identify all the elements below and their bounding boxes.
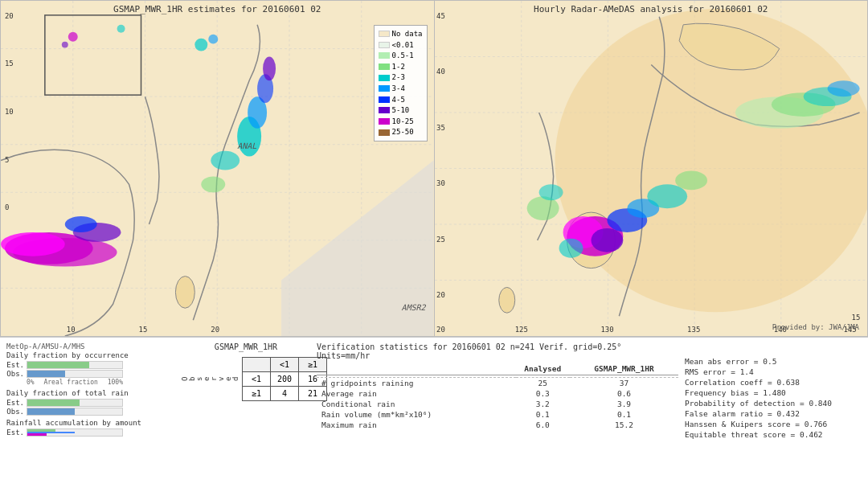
- svg-point-52: [498, 287, 514, 313]
- svg-text:125: 125: [514, 326, 527, 334]
- svg-text:10: 10: [67, 326, 76, 334]
- main-container: GSMAP_MWR_1HR estimates for 20160601 02: [0, 0, 868, 492]
- svg-point-24: [194, 39, 207, 51]
- svg-text:15: 15: [5, 59, 14, 68]
- obs-label-2: Obs.: [6, 408, 24, 416]
- stat-hanssen-kuipers: Hanssen & Kuipers score = 0.766: [685, 420, 862, 428]
- ct-row-label-lt1: <1: [243, 371, 271, 386]
- svg-point-12: [175, 277, 194, 309]
- svg-text:20: 20: [5, 12, 14, 20]
- verif-row-4: Maximum rain 6.0 15.2: [317, 420, 678, 430]
- verif-row-1: Average rain 0.3 0.6: [317, 388, 678, 399]
- verif-table: Analysed GSMAP_MWR_1HR # gridpoints rain…: [317, 363, 678, 430]
- stat-rms: RMS error = 1.4: [685, 367, 862, 376]
- est-label-2: Est.: [6, 399, 24, 407]
- svg-text:130: 130: [600, 326, 613, 334]
- verif-analysed-4: 6.0: [516, 420, 571, 430]
- observed-label: Observed: [182, 355, 240, 403]
- svg-point-66: [827, 80, 859, 96]
- svg-point-55: [591, 228, 623, 252]
- right-map-panel: Hourly Radar-AMeDAS analysis for 2016060…: [434, 0, 869, 337]
- verif-label-4: Maximum rain: [317, 420, 516, 430]
- verif-label-3: Rain volume (mm*km²x10⁶): [317, 409, 516, 420]
- verif-estimate-1: 0.6: [570, 388, 678, 399]
- verif-estimate-2: 3.9: [570, 399, 678, 409]
- left-map-panel: GSMAP_MWR_1HR estimates for 20160601 02: [0, 0, 434, 337]
- svg-text:ANAL: ANAL: [237, 141, 256, 150]
- stat-prob-detection: Probability of detection = 0.840: [685, 399, 862, 408]
- ct-row-lt1: <1 200 16: [243, 371, 327, 386]
- verif-title: Verification statistics for 20160601 02 …: [317, 342, 678, 360]
- svg-point-58: [647, 184, 687, 208]
- est-bar-3: [27, 428, 123, 437]
- contingency-title: GSMAP_MWR_1HR: [182, 342, 310, 351]
- svg-text:0: 0: [5, 203, 9, 211]
- ct-val-lt1-lt1: 200: [271, 371, 299, 386]
- svg-point-29: [117, 25, 125, 33]
- right-map-title: Hourly Radar-AMeDAS analysis for 2016060…: [534, 4, 768, 14]
- ct-row-label-ge1: ≥1: [243, 386, 271, 400]
- ct-empty: [243, 357, 271, 371]
- verif-row-2: Conditional rain 3.2 3.9: [317, 399, 678, 409]
- bottom-row: MetOp-A/AMSU-A/MHS Daily fraction by occ…: [0, 338, 868, 492]
- axis-100: 100%: [108, 379, 123, 386]
- metop-label: MetOp-A/AMSU-A/MHS: [6, 342, 175, 351]
- section3-title: Rainfall accumulation by amount: [6, 419, 175, 427]
- contingency-wrapper: Observed <1 ≥1 <1: [182, 355, 310, 403]
- amsr2-label: AMSR2: [401, 303, 425, 312]
- stat-false-alarm: False alarm ratio = 0.432: [685, 409, 862, 418]
- verif-col-estimate: GSMAP_MWR_1HR: [570, 363, 678, 375]
- stat-correlation: Correlation coeff = 0.638: [685, 378, 862, 387]
- svg-text:40: 40: [436, 68, 444, 76]
- maps-row: GSMAP_MWR_1HR estimates for 20160601 02: [0, 0, 868, 338]
- left-map-title: GSMAP_MWR_1HR estimates for 20160601 02: [113, 4, 321, 14]
- svg-point-21: [263, 57, 276, 81]
- svg-point-60: [559, 239, 583, 258]
- verif-col-label: [317, 363, 516, 375]
- section1-title: Daily fraction by occurrence: [6, 351, 175, 359]
- svg-text:45: 45: [436, 12, 444, 20]
- svg-text:10: 10: [5, 108, 14, 116]
- stat-equitable-threat: Equitable threat score = 0.462: [685, 430, 862, 439]
- svg-point-23: [201, 176, 225, 192]
- verif-label-1: Average rain: [317, 388, 516, 399]
- est-bar-2: [27, 399, 123, 407]
- bottom-left-charts: MetOp-A/AMSU-A/MHS Daily fraction by occ…: [6, 342, 175, 487]
- svg-text:5: 5: [5, 156, 9, 164]
- section2-title: Daily fraction of total rain: [6, 389, 175, 397]
- verif-analysed-1: 0.3: [516, 388, 571, 399]
- verif-analysed-3: 0.1: [516, 409, 571, 420]
- svg-point-62: [538, 184, 563, 200]
- axis-mid: Areal fraction: [43, 379, 97, 386]
- stat-freq-bias: Frequency bias = 1.480: [685, 388, 862, 397]
- right-map-svg: 45 40 35 30 25 20 125 130 135 140 145 20…: [435, 1, 868, 336]
- axis-0: 0%: [27, 379, 35, 386]
- contingency-table: <1 ≥1 <1 200 16 ≥1: [242, 357, 327, 401]
- obs-bar-2: [27, 408, 123, 416]
- svg-point-25: [208, 35, 218, 44]
- left-map-svg: 20 15 10 5 0 10 15 20 ANAL: [1, 1, 434, 336]
- axis-ticks-1: 0% Areal fraction 100%: [27, 379, 123, 386]
- verif-header-row: Analysed GSMAP_MWR_1HR: [317, 363, 678, 375]
- verif-label-0: # gridpoints raining: [317, 378, 516, 389]
- stat-mean-abs: Mean abs error = 0.5: [685, 357, 862, 366]
- svg-text:20: 20: [436, 291, 444, 299]
- svg-point-59: [675, 170, 707, 190]
- legend-box: No data <0.01 0.5-1 1-2 2-3 3-4 4-5 5-10…: [374, 25, 428, 141]
- svg-point-22: [211, 151, 240, 170]
- svg-text:20: 20: [211, 326, 219, 334]
- svg-point-17: [65, 216, 97, 232]
- est-label-3: Est.: [6, 428, 24, 437]
- svg-point-28: [62, 42, 68, 48]
- verification-section: Verification statistics for 20160601 02 …: [317, 342, 678, 487]
- svg-point-15: [1, 232, 65, 256]
- contingency-section: GSMAP_MWR_1HR Observed <1 ≥1: [182, 342, 310, 487]
- est-bar-1: [27, 361, 123, 369]
- verif-estimate-4: 15.2: [570, 420, 678, 430]
- provided-label: Provided by: JWA/JMA: [772, 323, 859, 331]
- svg-point-27: [68, 32, 78, 42]
- verif-analysed-2: 3.2: [516, 399, 571, 409]
- ct-val-ge1-lt1: 4: [271, 386, 299, 400]
- ct-row-ge1: ≥1 4 21: [243, 386, 327, 400]
- verif-analysed-0: 25: [516, 378, 571, 389]
